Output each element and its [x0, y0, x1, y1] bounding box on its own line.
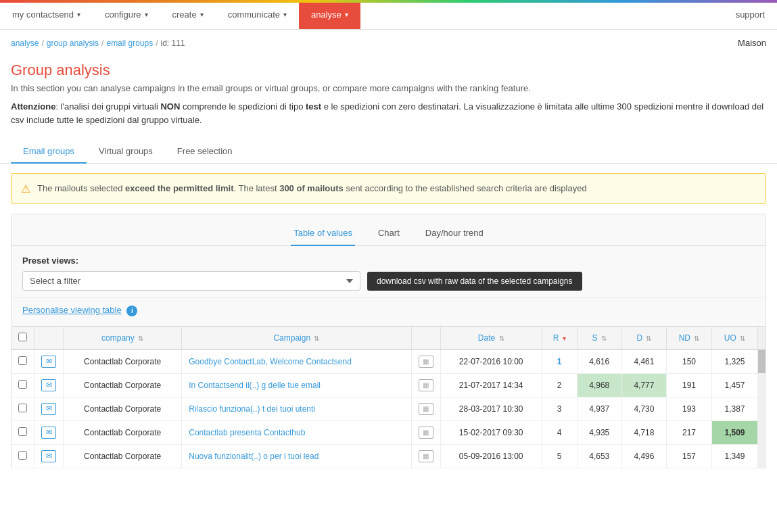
scrollbar-cell — [758, 373, 766, 397]
chart-thumb-icon[interactable]: ▦ — [419, 427, 433, 439]
cell-chart-icon: ▦ — [411, 373, 440, 397]
nav-spacer — [360, 0, 724, 29]
info-icon[interactable]: i — [126, 306, 137, 316]
th-d[interactable]: D ⇅ — [621, 327, 666, 349]
th-rank[interactable]: R ▾ — [542, 327, 577, 349]
cell-email-icon: ✉ — [34, 373, 64, 397]
cell-campaign: Rilascio funziona(..) t dei tuoi utenti — [182, 397, 411, 420]
row-checkbox[interactable] — [18, 451, 27, 460]
cell-campaign: Nuova funzionalit(..) o per i tuoi lead — [182, 444, 411, 468]
nav-configure[interactable]: configure ▾ — [93, 0, 160, 29]
campaign-link[interactable]: Rilascio funziona(..) t dei tuoi utenti — [189, 404, 315, 414]
preset-select[interactable]: Select a filter — [22, 271, 360, 291]
table-row: ✉ Contactlab Corporate Nuova funzionalit… — [11, 444, 766, 468]
data-table-wrapper: company ⇅ Campaign ⇅ Date ⇅ R ▾ S ⇅ D ⇅ … — [11, 327, 766, 468]
select-all-checkbox[interactable] — [18, 333, 27, 341]
row-checkbox[interactable] — [18, 356, 27, 365]
cell-campaign: Goodbye ContactLab, Welcome Contactsend — [182, 349, 411, 374]
row-checkbox[interactable] — [18, 380, 27, 389]
cell-uo: 1,509 — [712, 420, 758, 444]
th-uo[interactable]: UO ⇅ — [712, 327, 758, 349]
download-csv-button[interactable]: download csv with raw data of the select… — [367, 272, 582, 291]
breadcrumb-sep: / — [101, 39, 103, 48]
nav-create[interactable]: create ▾ — [160, 0, 216, 29]
nav-arrow-icon: ▾ — [283, 11, 287, 18]
sub-tab-table-of-values[interactable]: Table of values — [291, 222, 355, 246]
campaign-link[interactable]: Contactlab presenta Contacthub — [189, 428, 305, 437]
cell-campaign: In Contactsend il(..) g delle tue email — [182, 373, 411, 397]
warning-icon: ⚠ — [21, 183, 30, 195]
cell-nd: 191 — [667, 373, 712, 397]
cell-email-icon: ✉ — [34, 397, 64, 420]
campaign-link[interactable]: In Contactsend il(..) g delle tue email — [189, 381, 321, 390]
campaign-link[interactable]: Nuova funzionalit(..) o per i tuoi lead — [189, 452, 319, 461]
cell-date: 28-03-2017 10:30 — [440, 397, 542, 420]
cell-rank: 3 — [542, 397, 577, 420]
cell-company: Contactlab Corporate — [64, 420, 182, 444]
sort-icon: ⇅ — [646, 335, 651, 342]
nav-analyse[interactable]: analyse ▾ — [299, 0, 360, 29]
row-checkbox[interactable] — [18, 427, 27, 436]
nav-communicate[interactable]: communicate ▾ — [216, 0, 299, 29]
breadcrumb-group-analysis[interactable]: group analysis — [47, 39, 99, 48]
breadcrumb-analyse[interactable]: analyse — [11, 39, 39, 48]
cell-uo: 1,387 — [712, 397, 758, 420]
cell-email-icon: ✉ — [34, 349, 64, 374]
cell-chart-icon: ▦ — [411, 420, 440, 444]
sub-tab-chart[interactable]: Chart — [375, 222, 402, 246]
cell-d: 4,777 — [621, 373, 666, 397]
table-header-row: company ⇅ Campaign ⇅ Date ⇅ R ▾ S ⇅ D ⇅ … — [11, 327, 766, 349]
campaign-link[interactable]: Goodbye ContactLab, Welcome Contactsend — [189, 357, 352, 366]
cell-d: 4,718 — [621, 420, 666, 444]
nav-arrow-icon: ▾ — [200, 11, 204, 18]
chart-thumb-icon[interactable]: ▦ — [419, 403, 433, 415]
th-company[interactable]: company ⇅ — [64, 327, 182, 349]
table-head: company ⇅ Campaign ⇅ Date ⇅ R ▾ S ⇅ D ⇅ … — [11, 327, 766, 349]
page-header: Group analysis In this section you can a… — [0, 56, 777, 140]
tab-virtual-groups[interactable]: Virtual groups — [87, 140, 165, 164]
breadcrumb-email-groups[interactable]: email groups — [106, 39, 153, 48]
email-icon: ✉ — [41, 379, 56, 391]
cell-checkbox — [11, 397, 34, 420]
alert-box: ⚠ The mailouts selected exceed the permi… — [11, 173, 766, 204]
breadcrumb-sep: / — [156, 39, 158, 48]
th-s[interactable]: S ⇅ — [577, 327, 621, 349]
sub-tab-day-hour-trend[interactable]: Day/hour trend — [423, 222, 486, 246]
th-email — [34, 327, 64, 349]
row-checkbox[interactable] — [18, 404, 27, 412]
th-scrollbar — [758, 327, 766, 349]
cell-chart-icon: ▦ — [411, 349, 440, 374]
nav-my-contactsend[interactable]: my contactsend ▾ — [0, 0, 93, 29]
cell-date: 05-09-2016 13:00 — [440, 444, 542, 468]
top-navigation: my contactsend ▾ configure ▾ create ▾ co… — [0, 0, 777, 30]
sort-icon: ⇅ — [740, 335, 745, 342]
personalise-section: Personalise viewing table i — [11, 297, 766, 326]
breadcrumb-user: Maison — [738, 38, 766, 48]
cell-s: 4,968 — [577, 373, 621, 397]
chart-thumb-icon[interactable]: ▦ — [419, 379, 433, 391]
main-tabs: Email groups Virtual groups Free selecti… — [0, 140, 777, 164]
th-nd[interactable]: ND ⇅ — [667, 327, 712, 349]
cell-checkbox — [11, 420, 34, 444]
tab-free-selection[interactable]: Free selection — [165, 140, 245, 164]
cell-rank: 2 — [542, 373, 577, 397]
cell-d: 4,496 — [621, 444, 666, 468]
personalise-link[interactable]: Personalise viewing table — [22, 305, 122, 315]
chart-thumb-icon[interactable]: ▦ — [419, 356, 433, 368]
cell-d: 4,461 — [621, 349, 666, 374]
tab-email-groups[interactable]: Email groups — [11, 140, 87, 164]
nav-support[interactable]: support — [724, 0, 777, 29]
cell-d: 4,730 — [621, 397, 666, 420]
cell-uo: 1,349 — [712, 444, 758, 468]
th-chart — [411, 327, 440, 349]
chart-thumb-icon[interactable]: ▦ — [419, 450, 433, 462]
th-campaign[interactable]: Campaign ⇅ — [182, 327, 411, 349]
cell-rank: 5 — [542, 444, 577, 468]
content-area: Table of values Chart Day/hour trend Pre… — [11, 214, 766, 327]
th-date[interactable]: Date ⇅ — [440, 327, 542, 349]
sort-icon: ⇅ — [314, 335, 319, 342]
sort-icon: ⇅ — [499, 335, 504, 342]
table-row: ✉ Contactlab Corporate Rilascio funziona… — [11, 397, 766, 420]
cell-uo: 1,325 — [712, 349, 758, 374]
preset-label: Preset views: — [22, 256, 755, 266]
